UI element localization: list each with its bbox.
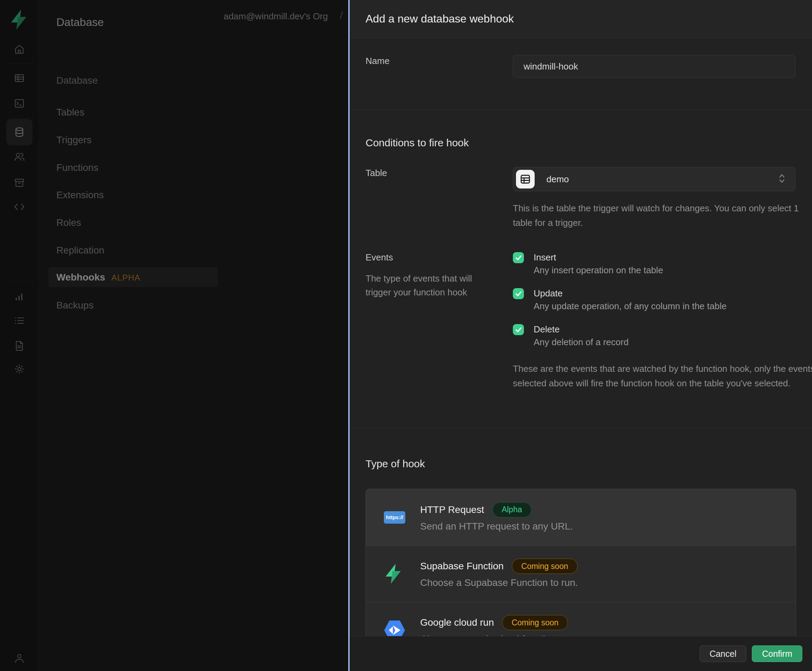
- events-label-col: Events The type of events that will trig…: [366, 252, 513, 390]
- panel-footer: Cancel Confirm: [350, 636, 812, 671]
- hook-type-heading: Type of hook: [366, 458, 796, 470]
- insert-sublabel: Any insert operation on the table: [534, 263, 663, 277]
- events-note: These are the events that are watched by…: [513, 361, 812, 390]
- hook-type-list: https:// HTTP Request Alpha Send an HTTP…: [366, 489, 796, 659]
- delete-label: Delete: [534, 324, 629, 335]
- supabase-bolt-icon: [384, 563, 420, 584]
- table-label: Table: [366, 167, 513, 230]
- hook-type-section: Type of hook https:// HTTP Request Alpha…: [350, 428, 812, 659]
- event-option-insert: Insert Any insert operation on the table: [513, 252, 812, 277]
- chevron-sort-icon: [777, 173, 787, 186]
- table-icon: [516, 170, 535, 189]
- hook-option-desc: Send an HTTP request to any URL.: [420, 520, 573, 533]
- insert-label: Insert: [534, 252, 663, 263]
- delete-sublabel: Any deletion of a record: [534, 335, 629, 349]
- hook-option-supabase-function[interactable]: Supabase Function Coming soon Choose a S…: [366, 545, 796, 602]
- update-label: Update: [534, 288, 727, 299]
- table-row: Table demo This is the table the trigger…: [366, 167, 796, 230]
- delete-checkbox[interactable]: [513, 324, 524, 335]
- add-webhook-panel: Add a new database webhook Name Conditio…: [348, 0, 812, 671]
- event-option-update: Update Any update operation, of any colu…: [513, 288, 812, 313]
- panel-title: Add a new database webhook: [366, 12, 514, 25]
- table-select-value: demo: [546, 174, 777, 185]
- alpha-pill: Alpha: [492, 502, 531, 518]
- table-help-text: This is the table the trigger will watch…: [513, 201, 810, 230]
- hook-option-title: Google cloud run: [420, 617, 494, 629]
- conditions-section: Conditions to fire hook Table demo: [350, 110, 812, 428]
- hook-option-http-request[interactable]: https:// HTTP Request Alpha Send an HTTP…: [366, 489, 796, 545]
- https-icon: https://: [384, 511, 420, 524]
- insert-checkbox[interactable]: [513, 252, 524, 263]
- cancel-button[interactable]: Cancel: [700, 645, 747, 662]
- events-row: Events The type of events that will trig…: [366, 252, 796, 390]
- coming-soon-pill: Coming soon: [502, 615, 568, 630]
- confirm-button[interactable]: Confirm: [752, 645, 802, 662]
- table-select[interactable]: demo: [513, 167, 795, 191]
- update-sublabel: Any update operation, of any column in t…: [534, 299, 727, 313]
- hook-option-title: Supabase Function: [420, 560, 504, 572]
- events-label: Events: [366, 252, 513, 263]
- hook-option-desc: Choose a Supabase Function to run.: [420, 577, 578, 589]
- events-description: The type of events that will trigger you…: [366, 271, 494, 299]
- modal-dim-overlay[interactable]: [0, 0, 348, 671]
- name-label: Name: [366, 55, 513, 109]
- conditions-heading: Conditions to fire hook: [366, 136, 796, 149]
- name-input[interactable]: [513, 55, 795, 78]
- hook-option-title: HTTP Request: [420, 504, 484, 516]
- panel-header: Add a new database webhook: [350, 0, 812, 38]
- name-section: Name: [350, 38, 812, 110]
- coming-soon-pill: Coming soon: [512, 559, 577, 574]
- update-checkbox[interactable]: [513, 288, 524, 299]
- event-option-delete: Delete Any deletion of a record: [513, 324, 812, 349]
